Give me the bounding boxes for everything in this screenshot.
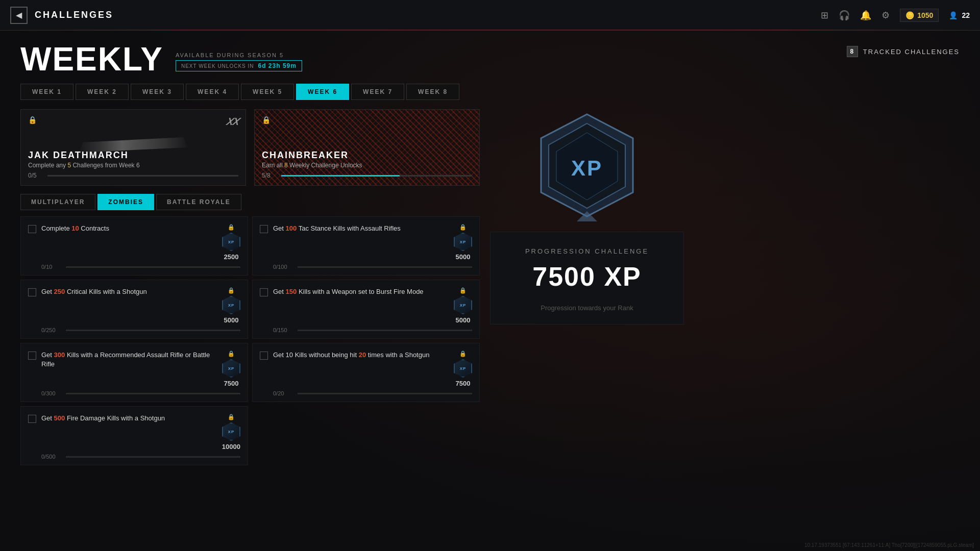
progress-bar-tac (298, 266, 472, 268)
jak-progress-text: 0/5 (28, 172, 43, 179)
challenge-right-contracts: 🔒 XP 2500 (222, 224, 240, 261)
xp-badge-contracts: XP (222, 233, 240, 251)
tab-multiplayer[interactable]: MULTIPLAYER (20, 194, 95, 210)
challenge-lock-critical: 🔒 (228, 287, 235, 294)
challenge-lock-tac: 🔒 (459, 224, 467, 231)
tab-zombies[interactable]: ZOMBIES (97, 194, 154, 210)
progress-text-ar: 0/300 (41, 390, 62, 396)
challenge-checkbox-tac[interactable] (260, 225, 268, 233)
xp-badge-nohit: XP (454, 359, 472, 378)
challenge-top-fire: Get 500 Fire Damage Kills with a Shotgun… (28, 414, 240, 450)
challenge-top-nohit: Get 10 Kills without being hit 20 times … (260, 350, 472, 387)
chainbreaker-desc: Earn all 8 Weekly Challenge Unlocks (262, 162, 472, 169)
tab-week4[interactable]: WEEK 4 (186, 84, 239, 100)
challenge-progress-ar: 0/300 (41, 390, 240, 396)
progress-text-critical: 0/250 (41, 327, 62, 333)
tab-week3[interactable]: WEEK 3 (131, 84, 184, 100)
jak-name: JAK DEATHMARCH (28, 150, 238, 161)
progress-text-nohit: 0/20 (273, 390, 293, 396)
tab-week1[interactable]: WEEK 1 (20, 84, 74, 100)
challenge-progress-contracts: 0/10 (41, 264, 240, 270)
challenge-checkbox-fire[interactable] (28, 415, 36, 423)
available-text: AVAILABLE DURING SEASON 5 (176, 52, 302, 58)
tab-week6[interactable]: WEEK 6 (296, 84, 349, 100)
challenge-progress-critical: 0/250 (41, 327, 240, 333)
headset-icon[interactable]: 🎧 (839, 10, 850, 21)
left-column: 🔒 𝘟𝘟 JAK DEATHMARCH Complete any 5 Chall… (20, 109, 480, 465)
unlock-label: NEXT WEEK UNLOCKS IN (181, 63, 254, 69)
challenge-right-nohit: 🔒 XP 7500 (454, 350, 472, 387)
reward-cards: 🔒 𝘟𝘟 JAK DEATHMARCH Complete any 5 Chall… (20, 109, 480, 186)
challenge-empty (252, 406, 480, 465)
challenge-item-burst: Get 150 Kills with a Weapon set to Burst… (252, 280, 480, 339)
challenge-text-fire: Get 500 Fire Damage Kills with a Shotgun (41, 414, 217, 423)
challenge-checkbox-nohit[interactable] (260, 352, 268, 360)
page-title-section: WEEKLY AVAILABLE DURING SEASON 5 NEXT WE… (20, 43, 302, 76)
tab-week8[interactable]: WEEK 8 (406, 84, 459, 100)
challenge-checkbox-critical[interactable] (28, 288, 36, 296)
unlock-time: 6d 23h 59m (258, 62, 297, 69)
xp-amount-contracts: 2500 (224, 253, 239, 261)
header-right: ⊞ 🎧 🔔 ⚙ 🪙 1050 👤 22 (821, 9, 970, 22)
tab-battle-royale[interactable]: BATTLE ROYALE (156, 194, 241, 210)
progress-bar-critical (66, 330, 240, 331)
header-accent (0, 30, 980, 30)
xp-amount-nohit: 7500 (456, 380, 471, 387)
back-button[interactable]: ◀ (10, 7, 28, 24)
back-icon: ◀ (16, 10, 22, 20)
currency-icon: 🪙 (905, 11, 914, 19)
challenge-checkbox-contracts[interactable] (28, 225, 36, 233)
header-title: CHALLENGES (35, 10, 113, 20)
level-number: 22 (962, 11, 970, 19)
xp-badge-critical: XP (222, 296, 240, 314)
grid-icon[interactable]: ⊞ (821, 10, 828, 21)
gear-icon[interactable]: ⚙ (881, 10, 890, 21)
xp-badge-burst: XP (454, 296, 472, 314)
challenge-checkbox-burst[interactable] (260, 288, 268, 296)
reward-card-jak: 🔒 𝘟𝘟 JAK DEATHMARCH Complete any 5 Chall… (20, 109, 246, 186)
jak-desc: Complete any 5 Challenges from Week 6 (28, 162, 238, 169)
xp-amount-critical: 5000 (224, 316, 239, 324)
chain-progress-text: 5/8 (262, 172, 277, 179)
chainbreaker-name: CHAINBREAKER (262, 150, 472, 161)
tab-week2[interactable]: WEEK 2 (76, 84, 129, 100)
jak-progress: 0/5 (28, 172, 238, 179)
header: ◀ CHALLENGES ⊞ 🎧 🔔 ⚙ 🪙 1050 👤 22 (0, 0, 980, 31)
xp-badge-ar: XP (222, 359, 240, 378)
progress-text-contracts: 0/10 (41, 264, 62, 270)
tab-week5[interactable]: WEEK 5 (241, 84, 294, 100)
chain-progress-fill (281, 175, 400, 177)
challenge-lock-ar: 🔒 (228, 350, 235, 357)
challenge-item-critical: Get 250 Critical Kills with a Shotgun 🔒 … (20, 280, 248, 339)
challenge-progress-burst: 0/150 (273, 327, 472, 333)
progress-bar-nohit (298, 393, 472, 394)
chain-progress-bar (281, 175, 472, 177)
currency-badge[interactable]: 🪙 1050 (900, 9, 939, 22)
player-icon: 👤 (949, 11, 958, 19)
lock-icon-chain: 🔒 (262, 116, 271, 124)
challenge-checkbox-ar[interactable] (28, 352, 36, 360)
progress-bar-burst (298, 330, 472, 331)
page-title: WEEKLY (20, 43, 163, 76)
level-badge: 👤 22 (949, 11, 970, 19)
challenge-right-fire: 🔒 XP 10000 (222, 414, 240, 450)
challenge-item-nohit: Get 10 Kills without being hit 20 times … (252, 343, 480, 402)
challenge-item-tac-kills: Get 100 Tac Stance Kills with Assault Ri… (252, 216, 480, 276)
xp-badge-tac: XP (454, 233, 472, 251)
week-tabs: WEEK 1 WEEK 2 WEEK 3 WEEK 4 WEEK 5 WEEK … (0, 84, 980, 100)
challenge-top: Complete 10 Contracts 🔒 XP 2500 (28, 224, 240, 261)
progress-text-fire: 0/500 (41, 454, 62, 460)
challenge-right-burst: 🔒 XP 5000 (454, 287, 472, 324)
tracked-label: TRACKED CHALLENGES (863, 48, 960, 56)
challenge-top-ar: Get 300 Kills with a Recommended Assault… (28, 350, 240, 387)
currency-amount: 1050 (917, 11, 933, 19)
header-left: ◀ CHALLENGES (10, 7, 113, 24)
tab-week7[interactable]: WEEK 7 (351, 84, 404, 100)
challenge-progress-fire: 0/500 (41, 454, 240, 460)
bell-icon[interactable]: 🔔 (860, 10, 871, 21)
xp-amount-ar: 7500 (224, 380, 239, 387)
unlock-badge: NEXT WEEK UNLOCKS IN 6d 23h 59m (176, 60, 302, 71)
tracked-challenges[interactable]: 8 TRACKED CHALLENGES (847, 43, 960, 57)
progress-text-burst: 0/150 (273, 327, 293, 333)
progress-bar-fire (66, 456, 240, 458)
